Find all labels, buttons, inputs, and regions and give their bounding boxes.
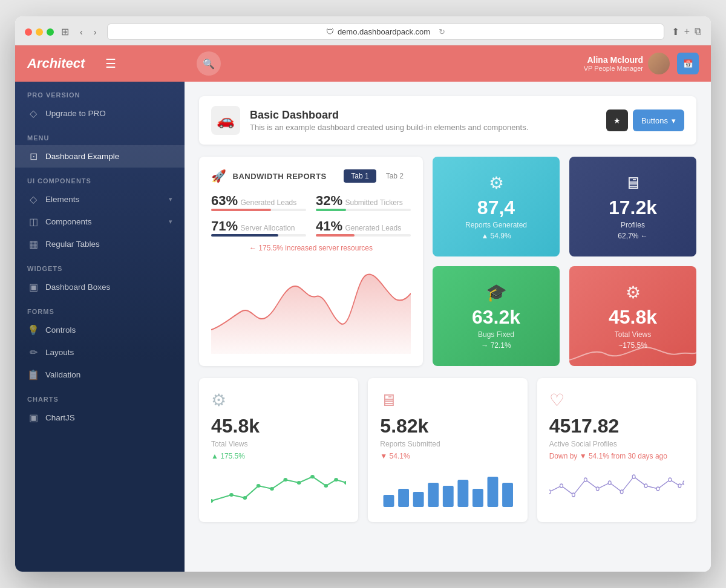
svg-point-30 (669, 478, 672, 482)
menu-label: MENU (15, 125, 185, 145)
new-tab-icon[interactable]: + (684, 26, 690, 38)
sidebar-item-layouts[interactable]: ✏ Layouts (15, 341, 185, 364)
card1-chart (211, 468, 346, 510)
controls-icon: 💡 (27, 324, 39, 336)
stat-label-1: Generated Leads (241, 198, 297, 207)
svg-rect-16 (458, 480, 469, 507)
monitor-icon: 🖥 (624, 173, 641, 193)
dashboard-grid: 🚀 BANDWIDTH REPORTS Tab 1 Tab 2 63% (199, 157, 696, 366)
tab-1-button[interactable]: Tab 1 (344, 169, 376, 183)
graduation-icon: 🎓 (486, 283, 507, 302)
buttons-dropdown[interactable]: Buttons ▾ (633, 109, 684, 131)
back-button[interactable]: ‹ (76, 26, 87, 38)
card3-change: Down by ▼ 54.1% from 30 days ago (549, 452, 684, 460)
diamond-icon: ◇ (27, 108, 39, 119)
card3-chart (549, 468, 684, 510)
stat-server-allocation: 71% Server Allocation (211, 218, 306, 237)
svg-point-7 (310, 475, 315, 479)
user-role: VP People Manager (584, 65, 643, 72)
svg-point-29 (656, 487, 659, 491)
page-header-icon: 🚗 (211, 106, 240, 135)
bandwidth-card: 🚀 BANDWIDTH REPORTS Tab 1 Tab 2 63% (199, 157, 423, 366)
card2-value: 5.82k (380, 415, 515, 437)
svg-point-28 (644, 484, 647, 488)
tab-group: Tab 1 Tab 2 (344, 169, 411, 183)
forward-button[interactable]: › (90, 26, 100, 38)
main-content: 🚗 Basic Dashboard This is an example das… (185, 82, 711, 572)
svg-rect-14 (428, 483, 439, 507)
stat-generated-leads-2: 41% Generated Leads (316, 218, 411, 237)
header: 🔍 Alina Mclourd VP People Manager 📅 (185, 45, 711, 82)
stats-row-2: 71% Server Allocation 41% Generated Lead… (211, 218, 411, 237)
svg-point-6 (297, 481, 301, 485)
shield-icon: 🛡 (326, 27, 334, 36)
validation-icon: 📋 (27, 369, 39, 381)
svg-point-4 (270, 487, 274, 491)
hamburger-button[interactable]: ☰ (105, 56, 116, 71)
svg-point-23 (584, 478, 587, 482)
svg-rect-11 (384, 495, 394, 507)
stat-generated-leads: 63% Generated Leads (211, 193, 306, 211)
card3-value: 4517.82 (549, 415, 684, 437)
pro-version-label: PRO VERSION (15, 82, 185, 102)
sidebar-item-upgrade[interactable]: ◇ Upgrade to PRO (15, 102, 185, 125)
table-icon: ▦ (27, 238, 39, 250)
profiles-label: Profiles (621, 221, 645, 229)
browser-nav: ‹ › (76, 26, 100, 38)
address-bar[interactable]: 🛡 demo.dashboardpack.com ↻ (107, 24, 664, 40)
app: Architect ☰ PRO VERSION ◇ Upgrade to PRO… (15, 45, 711, 572)
tab-overview-icon[interactable]: ⧉ (695, 26, 701, 38)
share-icon[interactable]: ⬆ (672, 26, 679, 38)
widgets-label: WIDGETS (15, 255, 185, 276)
minimize-dot[interactable] (36, 28, 43, 36)
sidebar-item-validation[interactable]: 📋 Validation (15, 364, 185, 386)
sidebar-item-dashboard[interactable]: ⊡ Dashboard Example (15, 145, 185, 168)
rocket-icon: 🚀 (211, 169, 227, 183)
card2-chart (380, 468, 515, 510)
browser-chrome: ⊞ ‹ › 🛡 demo.dashboardpack.com ↻ ⬆ + ⧉ (15, 16, 711, 45)
maximize-dot[interactable] (47, 28, 54, 36)
profiles-change: 62,7% ← (618, 232, 647, 240)
stat-value-3: 71% (211, 218, 238, 234)
tab-2-button[interactable]: Tab 2 (379, 169, 411, 183)
forms-label: FORMS (15, 298, 185, 319)
card2-label: Reports Submitted (380, 440, 515, 448)
gear-icon: ⚙ (489, 173, 504, 193)
sidebar-toggle-icon[interactable]: ⊞ (61, 26, 69, 38)
svg-point-1 (229, 493, 234, 497)
stat-box-bugs: 🎓 63.2k Bugs Fixed → 72.1% (433, 266, 560, 366)
svg-point-32 (683, 481, 684, 485)
views-value: 45.8k (609, 307, 657, 327)
star-button[interactable]: ★ (606, 109, 628, 131)
buttons-label: Buttons (641, 116, 668, 125)
monitor-icon-2: 🖥 (380, 390, 515, 410)
charts-label: CHARTS (15, 386, 185, 407)
reload-icon[interactable]: ↻ (439, 27, 445, 36)
svg-point-8 (324, 484, 328, 488)
sidebar-item-tables[interactable]: ▦ Regular Tables (15, 233, 185, 255)
bandwidth-title: 🚀 BANDWIDTH REPORTS (211, 169, 327, 183)
sidebar-item-controls[interactable]: 💡 Controls (15, 319, 185, 341)
chevron-down-icon: ▾ (169, 195, 172, 203)
search-button[interactable]: 🔍 (197, 51, 221, 76)
svg-point-9 (334, 478, 338, 482)
svg-point-2 (243, 496, 247, 500)
ui-components-label: UI COMPONENTS (15, 168, 185, 188)
card1-change: ▲ 175.5% (211, 452, 346, 460)
calendar-button[interactable]: 📅 (677, 53, 699, 74)
page-header-actions: ★ Buttons ▾ (606, 109, 684, 131)
bottom-card-social: ♡ 4517.82 Active Social Profiles Down by… (537, 378, 696, 522)
sidebar-item-dashboard-boxes[interactable]: ▣ Dashboard Boxes (15, 276, 185, 298)
sidebar-item-chartjs[interactable]: ▣ ChartJS (15, 407, 185, 429)
sidebar-item-components[interactable]: ◫ Components ▾ (15, 211, 185, 233)
close-dot[interactable] (25, 28, 32, 36)
url-text: demo.dashboardpack.com (338, 27, 430, 36)
bandwidth-note: ← 175.5% increased server resources (211, 244, 411, 252)
svg-point-5 (283, 478, 287, 482)
sidebar-item-elements[interactable]: ◇ Elements ▾ (15, 188, 185, 211)
svg-point-27 (632, 475, 635, 479)
svg-point-0 (211, 499, 213, 503)
bottom-card-views: ⚙ 45.8k Total Views ▲ 175.5% (199, 378, 358, 522)
svg-point-25 (608, 481, 611, 485)
avatar (648, 53, 670, 74)
